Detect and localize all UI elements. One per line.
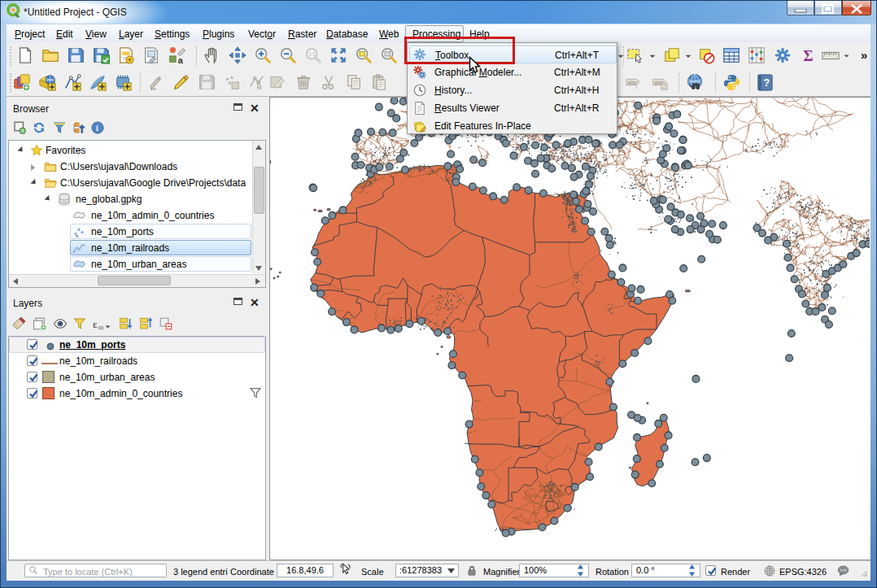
svg-text:abc: abc bbox=[628, 80, 638, 85]
svg-text:1:1: 1:1 bbox=[308, 51, 316, 57]
svg-text:Σ: Σ bbox=[804, 48, 814, 64]
svg-text:i: i bbox=[96, 124, 98, 133]
svg-text:?: ? bbox=[764, 77, 770, 89]
svg-text:ε: ε bbox=[93, 318, 98, 330]
svg-text:a: a bbox=[178, 55, 184, 64]
